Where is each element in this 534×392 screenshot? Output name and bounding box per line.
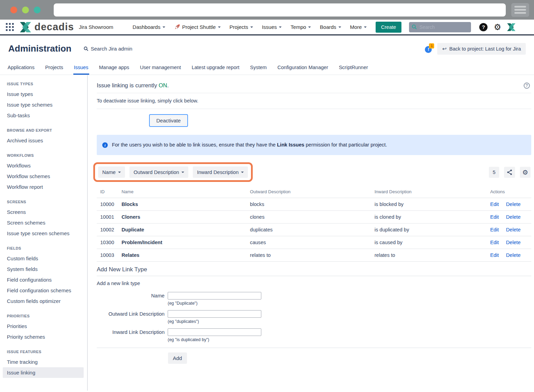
nav-boards[interactable]: Boards [320, 24, 341, 30]
traffic-light-zoom-icon[interactable] [34, 7, 41, 13]
sidebar-item-issue-linking[interactable]: Issue linking [3, 367, 84, 378]
row-outward: duplicates [247, 224, 371, 236]
app-switcher-icon[interactable] [6, 23, 14, 32]
admin-header-right: ! 1 ↩ Back to project: Last Log for Jira [425, 43, 526, 55]
sidebar-item-archived-issues[interactable]: Archived issues [0, 135, 87, 146]
sidebar-section-fields: FIELDS [0, 246, 87, 250]
outward-description-field-hint: (eg "duplicates") [168, 319, 261, 324]
row-outward: causes [247, 236, 371, 249]
info-icon: i [102, 142, 108, 148]
sort-outward-description-button[interactable]: Outward Description [129, 166, 188, 178]
search-jira-admin-link[interactable]: Search Jira admin [84, 46, 132, 52]
tab-configuration-manager[interactable]: Configuration Manager [277, 62, 329, 75]
sidebar-item-issue-type-schemes[interactable]: Issue type schemes [0, 99, 87, 110]
sidebar-item-screen-schemes[interactable]: Screen schemes [0, 217, 87, 228]
decadis-logo[interactable]: decadis [19, 22, 74, 33]
tab-latest-upgrade-report[interactable]: Latest upgrade report [191, 62, 240, 75]
delete-link[interactable]: Delete [506, 252, 521, 258]
sidebar-item-field-configuration-schemes[interactable]: Field configuration schemes [0, 285, 87, 296]
add-new-link-type-subheading: Add a new link type [97, 281, 531, 286]
share-icon [506, 169, 513, 175]
edit-link[interactable]: Edit [490, 240, 499, 245]
delete-link[interactable]: Delete [506, 227, 521, 232]
col-header-name: Name [118, 188, 247, 198]
outward-description-field[interactable] [168, 310, 261, 318]
tab-scriptrunner[interactable]: ScriptRunner [338, 62, 369, 75]
row-id: 10003 [97, 249, 118, 262]
add-button[interactable]: Add [168, 352, 187, 364]
row-inward: is duplicated by [371, 224, 487, 236]
chevron-down-icon [338, 26, 341, 29]
nav-projects[interactable]: Projects [230, 24, 253, 30]
row-name: Problem/Incident [118, 236, 247, 249]
deactivate-button[interactable]: Deactivate [149, 114, 188, 127]
browser-url-bar[interactable] [54, 3, 506, 17]
edit-link[interactable]: Edit [490, 202, 499, 207]
browser-chrome [0, 0, 534, 20]
edit-link[interactable]: Edit [490, 214, 499, 220]
admin-header: Administration Search Jira admin ! 1 ↩ B… [0, 35, 534, 62]
link-type-row: 10001 Cloners clones is cloned by EditDe… [97, 211, 531, 224]
nav-tempo[interactable]: Tempo [291, 24, 311, 30]
notification-icon[interactable]: ! 1 [425, 45, 433, 53]
decadis-logo-icon [19, 22, 32, 33]
name-field[interactable] [168, 292, 261, 300]
navbar-search[interactable] [409, 22, 471, 32]
sidebar-item-issue-types[interactable]: Issue types [0, 89, 87, 99]
tab-projects[interactable]: Projects [44, 62, 64, 75]
sidebar-item-issue-type-screen-schemes[interactable]: Issue type screen schemes [0, 228, 87, 239]
navbar-search-input[interactable] [419, 24, 461, 30]
chevron-down-icon [118, 172, 121, 174]
page-size-button[interactable]: 5 [489, 167, 499, 178]
nav-dashboards[interactable]: Dashboards [133, 24, 165, 30]
browser-menu-button[interactable] [511, 3, 529, 17]
sidebar-item-workflow-schemes[interactable]: Workflow schemes [0, 171, 87, 182]
traffic-light-minimize-icon[interactable] [22, 7, 29, 13]
sidebar-item-priorities[interactable]: Priorities [0, 321, 87, 331]
name-field-label: Name [97, 292, 165, 298]
chevron-down-icon [163, 26, 165, 29]
help-icon[interactable]: ? [479, 23, 488, 31]
inward-description-field[interactable] [168, 328, 261, 336]
sort-inward-description-button[interactable]: Inward Description [193, 166, 248, 178]
status-on-value: ON [159, 82, 167, 88]
delete-link[interactable]: Delete [506, 202, 521, 207]
tab-issues[interactable]: Issues [73, 62, 89, 75]
sidebar-item-workflow-report[interactable]: Workflow report [0, 182, 87, 192]
delete-link[interactable]: Delete [506, 240, 521, 245]
nav-more[interactable]: More [350, 24, 367, 30]
chevron-down-icon [218, 26, 221, 29]
sidebar-item-workflows[interactable]: Workflows [0, 160, 87, 171]
nav-issues[interactable]: Issues [262, 24, 282, 30]
tab-user-management[interactable]: User management [139, 62, 181, 75]
traffic-light-close-icon[interactable] [10, 7, 17, 13]
share-button[interactable] [504, 167, 515, 178]
sidebar-item-custom-fields[interactable]: Custom fields [0, 253, 87, 264]
back-to-project-button[interactable]: ↩ Back to project: Last Log for Jira [437, 43, 526, 55]
help-question-icon[interactable]: ? [524, 83, 530, 89]
tab-system[interactable]: System [249, 62, 267, 75]
sidebar-item-sub-tasks[interactable]: Sub-tasks [0, 110, 87, 121]
tab-applications[interactable]: Applications [7, 62, 35, 75]
create-button[interactable]: Create [376, 22, 402, 33]
decadis-mark-icon[interactable] [507, 23, 516, 31]
row-id: 10001 [97, 211, 118, 224]
sidebar-item-priority-schemes[interactable]: Priority schemes [0, 331, 87, 342]
delete-link[interactable]: Delete [506, 214, 521, 220]
edit-link[interactable]: Edit [490, 227, 499, 232]
sidebar-item-custom-fields-optimizer[interactable]: Custom fields optimizer [0, 296, 87, 306]
admin-tabs: Applications Projects Issues Manage apps… [0, 62, 534, 75]
sidebar-section-issue-types: ISSUE TYPES [0, 82, 87, 86]
sidebar-item-field-configurations[interactable]: Field configurations [0, 274, 87, 285]
edit-link[interactable]: Edit [490, 252, 499, 258]
sidebar-section-priorities: PRIORITIES [0, 314, 87, 318]
tab-manage-apps[interactable]: Manage apps [98, 62, 130, 75]
sidebar-item-time-tracking[interactable]: Time tracking [0, 357, 87, 367]
sidebar-item-screens[interactable]: Screens [0, 207, 87, 217]
search-icon [84, 46, 88, 51]
gear-icon[interactable]: ⚙ [494, 23, 501, 31]
sort-name-button[interactable]: Name [98, 166, 125, 178]
table-settings-button[interactable]: ⚙ [520, 167, 531, 178]
nav-project-shuttle[interactable]: Project Shuttle [174, 24, 221, 30]
sidebar-item-system-fields[interactable]: System fields [0, 264, 87, 274]
